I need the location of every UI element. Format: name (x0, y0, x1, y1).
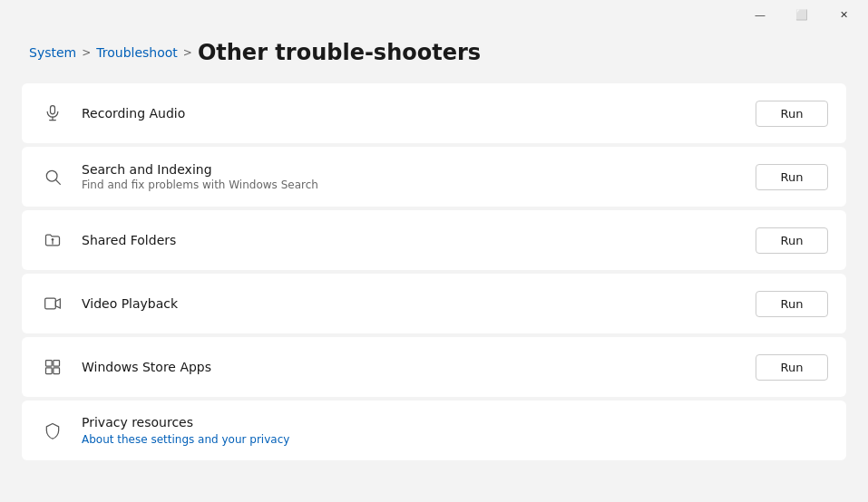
store-icon (40, 354, 65, 380)
svg-line-4 (56, 180, 61, 185)
close-button[interactable]: ✕ (823, 0, 864, 29)
privacy-title: Privacy resources (82, 415, 289, 430)
run-button-search-indexing[interactable]: Run (756, 164, 828, 190)
run-button-windows-store-apps[interactable]: Run (756, 354, 828, 381)
item-left-shared-folders: Shared Folders (40, 227, 176, 253)
search-icon (40, 164, 65, 189)
item-left-recording-audio: Recording Audio (40, 101, 185, 126)
troubleshooter-windows-store-apps: Windows Store Apps Run (22, 337, 846, 397)
shared-folders-title: Shared Folders (82, 233, 176, 247)
svg-rect-10 (46, 368, 53, 374)
breadcrumb-separator-2: > (183, 46, 192, 59)
maximize-button[interactable]: ⬜ (781, 0, 823, 29)
item-left-windows-store-apps: Windows Store Apps (40, 354, 211, 380)
svg-rect-11 (54, 368, 60, 374)
video-icon (40, 291, 65, 316)
breadcrumb: System > Troubleshoot > Other trouble-sh… (0, 29, 868, 83)
svg-rect-7 (45, 298, 56, 309)
item-left-video-playback: Video Playback (40, 291, 178, 316)
breadcrumb-troubleshoot[interactable]: Troubleshoot (96, 45, 178, 60)
run-button-shared-folders[interactable]: Run (756, 227, 828, 254)
item-left-search-indexing: Search and Indexing Find and fix problem… (40, 162, 318, 191)
privacy-text: Privacy resources About these settings a… (82, 415, 289, 447)
run-button-video-playback[interactable]: Run (756, 291, 828, 317)
item-text-shared-folders: Shared Folders (82, 233, 176, 247)
minimize-button[interactable]: — (739, 0, 781, 29)
item-text-search-indexing: Search and Indexing Find and fix problem… (82, 162, 318, 191)
run-button-recording-audio[interactable]: Run (756, 101, 828, 127)
shield-icon (40, 418, 65, 443)
folder-shared-icon (40, 227, 65, 253)
title-bar: — ⬜ ✕ (0, 0, 868, 29)
windows-store-apps-title: Windows Store Apps (82, 360, 211, 374)
item-text-windows-store-apps: Windows Store Apps (82, 360, 211, 374)
troubleshooter-shared-folders: Shared Folders Run (22, 210, 846, 270)
privacy-resources: Privacy resources About these settings a… (22, 401, 846, 460)
svg-point-3 (46, 170, 57, 181)
privacy-link[interactable]: About these settings and your privacy (82, 433, 289, 446)
item-text-video-playback: Video Playback (82, 296, 178, 311)
svg-rect-9 (54, 361, 60, 367)
troubleshooter-video-playback: Video Playback Run (22, 274, 846, 333)
main-content: Recording Audio Run Search and Indexing … (0, 83, 868, 464)
breadcrumb-system[interactable]: System (29, 45, 76, 60)
svg-point-6 (52, 238, 54, 241)
recording-audio-title: Recording Audio (82, 106, 185, 121)
item-text-recording-audio: Recording Audio (82, 106, 185, 121)
svg-rect-0 (51, 106, 55, 114)
troubleshooter-search-indexing: Search and Indexing Find and fix problem… (22, 147, 846, 207)
video-playback-title: Video Playback (82, 296, 178, 311)
breadcrumb-current: Other trouble-shooters (198, 40, 481, 65)
troubleshooter-recording-audio: Recording Audio Run (22, 83, 846, 143)
search-indexing-title: Search and Indexing (82, 162, 318, 177)
mic-icon (40, 101, 65, 126)
search-indexing-subtitle: Find and fix problems with Windows Searc… (82, 179, 318, 191)
svg-rect-8 (46, 361, 53, 367)
breadcrumb-separator-1: > (82, 46, 91, 59)
